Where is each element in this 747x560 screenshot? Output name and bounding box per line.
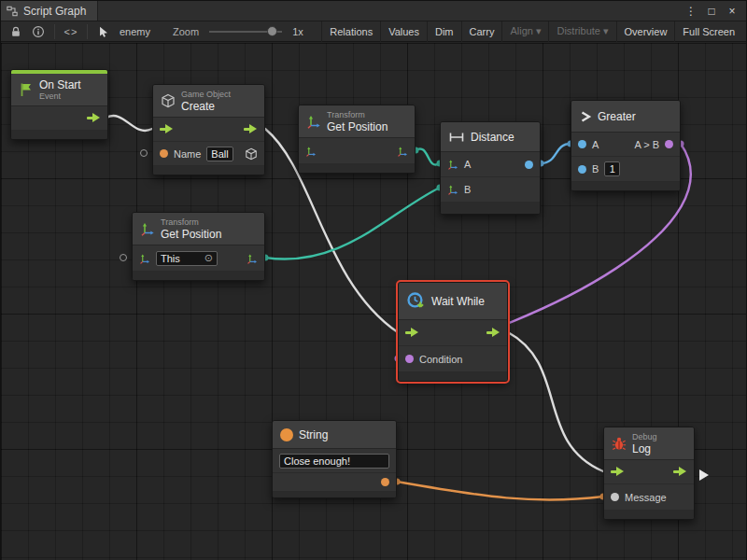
node-header: Game Object Create [153, 85, 264, 118]
node-debug-log[interactable]: Debug Log Message [603, 427, 695, 520]
node-category: Transform [327, 110, 388, 120]
node-title: Log [632, 442, 657, 455]
node-title: Create [181, 100, 231, 113]
node-subtitle: Event [39, 91, 81, 102]
window-close-button[interactable]: × [724, 5, 740, 18]
vector3-output-port[interactable] [397, 146, 408, 157]
control-output-port[interactable] [673, 467, 687, 477]
node-category: Debug [632, 432, 657, 442]
node-footer [441, 203, 540, 214]
node-header: Wait While [399, 283, 507, 320]
target-value-field[interactable]: This [156, 251, 218, 266]
carry-button[interactable]: Carry [461, 21, 502, 42]
window-restore-button[interactable]: □ [703, 5, 720, 18]
object-picker-icon[interactable] [204, 253, 213, 263]
node-footer [273, 492, 396, 497]
vector3-input-port-a[interactable] [447, 159, 458, 170]
port-row [273, 473, 396, 492]
port-row [11, 106, 107, 131]
node-distance[interactable]: Distance A B [440, 121, 541, 215]
node-greater[interactable]: Greater A A > B B 1 [571, 100, 681, 191]
float-input-port-a[interactable] [578, 140, 586, 148]
float-output-port[interactable] [525, 161, 533, 169]
node-header: Transform Get Position [133, 213, 264, 245]
wire-getposition-to-distance-b[interactable] [265, 188, 440, 259]
message-input-port[interactable] [611, 493, 619, 501]
control-output-port[interactable] [87, 113, 101, 123]
control-output-port[interactable] [244, 124, 258, 134]
b-value-field[interactable]: 1 [604, 161, 620, 176]
distance-icon [448, 132, 465, 143]
code-view-icon[interactable]: <> [60, 21, 82, 42]
zoom-slider[interactable] [209, 21, 282, 42]
control-input-port[interactable] [611, 467, 625, 477]
unconnected-port-indicator[interactable] [120, 254, 127, 261]
fullscreen-button[interactable]: Full Screen [674, 21, 742, 42]
relations-button[interactable]: Relations [321, 21, 380, 42]
wire-waitwhile-to-log[interactable] [508, 332, 603, 471]
node-footer [604, 511, 694, 519]
node-string-literal[interactable]: String Close enough! [272, 420, 397, 498]
graph-canvas[interactable]: On Start Event Game Object Create [1, 43, 746, 560]
port-row: Message [604, 484, 694, 511]
port-row: A [441, 152, 540, 177]
name-value-field[interactable]: Ball [206, 147, 233, 161]
wire-getposition-to-distance-a[interactable] [416, 148, 440, 164]
transform-input-port[interactable] [139, 253, 150, 264]
node-footer [11, 131, 107, 139]
overview-button[interactable]: Overview [616, 21, 675, 42]
condition-input-port[interactable] [405, 355, 414, 363]
port-row: A A > B [571, 133, 680, 157]
axes-icon [306, 114, 321, 129]
lock-icon[interactable] [5, 21, 27, 42]
value-row: Close enough! [273, 449, 396, 473]
info-icon[interactable] [27, 21, 49, 42]
node-get-position-bottom[interactable]: Transform Get Position This [132, 212, 265, 281]
toolbar-separator [54, 24, 55, 39]
control-input-port[interactable] [405, 328, 419, 338]
toolbar-separator [87, 24, 88, 39]
node-wait-while[interactable]: Wait While Condition [398, 282, 508, 382]
node-category: Transform [161, 217, 221, 228]
wire-onstart-to-create[interactable] [106, 116, 152, 131]
unconnected-port-indicator[interactable] [140, 149, 148, 157]
transform-input-port[interactable] [305, 146, 317, 157]
string-output-port[interactable] [381, 478, 389, 486]
vector3-input-port-b[interactable] [447, 184, 458, 195]
node-on-start-event[interactable]: On Start Event [10, 69, 108, 140]
string-value-field[interactable]: Close enough! [279, 454, 389, 469]
port-row: B 1 [571, 157, 680, 182]
wire-distance-to-greater[interactable] [541, 144, 571, 163]
port-row [153, 118, 264, 142]
port-label-b: B [464, 184, 471, 195]
float-input-port-b[interactable] [578, 165, 586, 174]
dim-button[interactable]: Dim [427, 21, 461, 42]
control-output-port[interactable] [486, 328, 500, 338]
mouse-cursor [699, 469, 709, 481]
vector3-output-port[interactable] [247, 253, 258, 264]
node-title: Get Position [327, 120, 388, 133]
axes-icon [140, 221, 155, 236]
wire-string-to-message[interactable] [397, 482, 603, 500]
node-get-position-top[interactable]: Transform Get Position [298, 105, 416, 174]
control-input-port[interactable] [160, 124, 174, 134]
graph-name[interactable]: enemy [115, 26, 155, 37]
window-menu-button[interactable]: ⋮ [683, 5, 699, 18]
node-title: Distance [471, 131, 514, 144]
node-gameobject-create[interactable]: Game Object Create Name Ball [152, 84, 265, 175]
port-label-b: B [592, 163, 599, 175]
boolean-output-port[interactable] [665, 140, 673, 148]
zoom-label: Zoom [168, 26, 204, 37]
zoom-slider-handle[interactable] [267, 26, 277, 36]
string-circle-icon [280, 428, 293, 441]
script-graph-tab[interactable]: Script Graph [1, 1, 98, 21]
gameobject-output-port[interactable] [245, 147, 258, 161]
node-header: Distance [441, 122, 540, 152]
name-input-port[interactable] [160, 149, 168, 158]
port-row [604, 460, 694, 484]
bug-icon [612, 436, 627, 451]
node-footer [299, 164, 415, 173]
node-title: Wait While [431, 295, 485, 308]
values-button[interactable]: Values [380, 21, 427, 42]
titlebar: Script Graph ⋮ □ × [1, 1, 746, 21]
